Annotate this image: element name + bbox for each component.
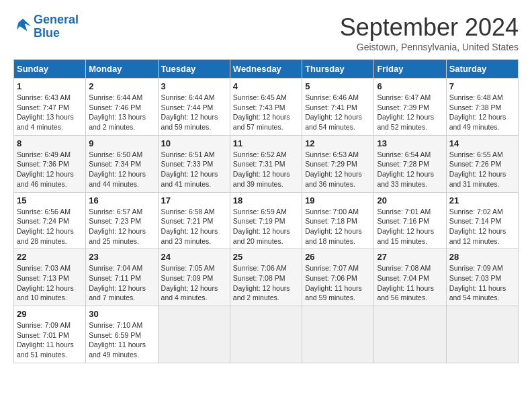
header-friday: Friday <box>374 60 446 79</box>
day-number: 19 <box>305 195 371 205</box>
day-info: Sunrise: 6:43 AMSunset: 7:47 PMDaylight:… <box>17 93 83 132</box>
calendar-cell: 1Sunrise: 6:43 AMSunset: 7:47 PMDaylight… <box>14 79 86 136</box>
calendar-cell: 27Sunrise: 7:08 AMSunset: 7:04 PMDayligh… <box>374 249 446 306</box>
day-number: 15 <box>17 195 83 205</box>
logo-icon <box>13 17 32 36</box>
calendar-cell: 21Sunrise: 7:02 AMSunset: 7:14 PMDayligh… <box>446 192 518 249</box>
day-info: Sunrise: 6:54 AMSunset: 7:28 PMDaylight:… <box>377 150 443 189</box>
day-info: Sunrise: 7:04 AMSunset: 7:11 PMDaylight:… <box>89 263 154 303</box>
day-info: Sunrise: 6:56 AMSunset: 7:24 PMDaylight:… <box>17 207 83 246</box>
day-info: Sunrise: 6:59 AMSunset: 7:19 PMDaylight:… <box>233 207 299 246</box>
day-number: 2 <box>89 81 154 91</box>
day-info: Sunrise: 6:58 AMSunset: 7:21 PMDaylight:… <box>161 207 227 246</box>
day-info: Sunrise: 6:44 AMSunset: 7:46 PMDaylight:… <box>89 93 154 132</box>
calendar-cell <box>230 306 302 363</box>
calendar-cell <box>374 306 446 363</box>
day-number: 22 <box>17 252 83 262</box>
day-number: 14 <box>449 138 515 148</box>
header-sunday: Sunday <box>14 60 86 79</box>
day-info: Sunrise: 7:07 AMSunset: 7:06 PMDaylight:… <box>305 263 371 303</box>
page-header: General Blue September 2024 Geistown, Pe… <box>13 13 519 52</box>
header-tuesday: Tuesday <box>158 60 230 79</box>
day-number: 1 <box>17 81 83 91</box>
day-number: 20 <box>377 195 443 205</box>
day-number: 27 <box>377 252 443 262</box>
day-number: 24 <box>161 252 227 262</box>
month-title: September 2024 <box>340 13 519 42</box>
calendar-cell: 25Sunrise: 7:06 AMSunset: 7:08 PMDayligh… <box>230 249 302 306</box>
day-number: 11 <box>233 138 299 148</box>
day-info: Sunrise: 6:50 AMSunset: 7:34 PMDaylight:… <box>89 150 154 189</box>
day-info: Sunrise: 7:02 AMSunset: 7:14 PMDaylight:… <box>449 207 515 246</box>
day-number: 9 <box>89 138 154 148</box>
logo: General Blue <box>13 13 79 40</box>
calendar-cell <box>446 306 518 363</box>
title-block: September 2024 Geistown, Pennsylvania, U… <box>340 13 519 52</box>
header-wednesday: Wednesday <box>230 60 302 79</box>
day-info: Sunrise: 7:01 AMSunset: 7:16 PMDaylight:… <box>377 207 443 246</box>
calendar-cell: 5Sunrise: 6:46 AMSunset: 7:41 PMDaylight… <box>302 79 374 136</box>
day-info: Sunrise: 6:48 AMSunset: 7:38 PMDaylight:… <box>449 93 515 132</box>
day-info: Sunrise: 6:51 AMSunset: 7:33 PMDaylight:… <box>161 150 227 189</box>
header-thursday: Thursday <box>302 60 374 79</box>
calendar-cell: 10Sunrise: 6:51 AMSunset: 7:33 PMDayligh… <box>158 135 230 192</box>
day-number: 7 <box>449 81 515 91</box>
calendar-cell <box>158 306 230 363</box>
day-number: 28 <box>449 252 515 262</box>
day-info: Sunrise: 6:55 AMSunset: 7:26 PMDaylight:… <box>449 150 515 189</box>
day-info: Sunrise: 6:45 AMSunset: 7:43 PMDaylight:… <box>233 93 299 132</box>
calendar-cell: 23Sunrise: 7:04 AMSunset: 7:11 PMDayligh… <box>86 249 158 306</box>
day-info: Sunrise: 6:52 AMSunset: 7:31 PMDaylight:… <box>233 150 299 189</box>
calendar-cell: 3Sunrise: 6:44 AMSunset: 7:44 PMDaylight… <box>158 79 230 136</box>
day-number: 6 <box>377 81 443 91</box>
calendar-cell: 24Sunrise: 7:05 AMSunset: 7:09 PMDayligh… <box>158 249 230 306</box>
day-number: 17 <box>161 195 227 205</box>
calendar-table: SundayMondayTuesdayWednesdayThursdayFrid… <box>13 59 519 363</box>
day-info: Sunrise: 7:06 AMSunset: 7:08 PMDaylight:… <box>233 263 299 303</box>
day-number: 3 <box>161 81 227 91</box>
day-number: 26 <box>305 252 371 262</box>
calendar-cell: 12Sunrise: 6:53 AMSunset: 7:29 PMDayligh… <box>302 135 374 192</box>
calendar-week-1: 1Sunrise: 6:43 AMSunset: 7:47 PMDaylight… <box>14 79 519 136</box>
day-info: Sunrise: 7:10 AMSunset: 6:59 PMDaylight:… <box>89 320 154 360</box>
calendar-header-row: SundayMondayTuesdayWednesdayThursdayFrid… <box>14 60 519 79</box>
day-number: 5 <box>305 81 371 91</box>
day-number: 18 <box>233 195 299 205</box>
day-info: Sunrise: 6:57 AMSunset: 7:23 PMDaylight:… <box>89 207 154 246</box>
calendar-cell: 29Sunrise: 7:09 AMSunset: 7:01 PMDayligh… <box>14 306 86 363</box>
calendar-cell: 2Sunrise: 6:44 AMSunset: 7:46 PMDaylight… <box>86 79 158 136</box>
day-info: Sunrise: 6:49 AMSunset: 7:36 PMDaylight:… <box>17 150 83 189</box>
day-number: 16 <box>89 195 154 205</box>
calendar-cell: 16Sunrise: 6:57 AMSunset: 7:23 PMDayligh… <box>86 192 158 249</box>
day-number: 10 <box>161 138 227 148</box>
location: Geistown, Pennsylvania, United States <box>340 42 519 52</box>
day-number: 25 <box>233 252 299 262</box>
calendar-cell: 4Sunrise: 6:45 AMSunset: 7:43 PMDaylight… <box>230 79 302 136</box>
day-number: 8 <box>17 138 83 148</box>
day-info: Sunrise: 7:09 AMSunset: 7:03 PMDaylight:… <box>449 263 515 303</box>
logo-line1: General <box>34 13 79 26</box>
calendar-cell: 28Sunrise: 7:09 AMSunset: 7:03 PMDayligh… <box>446 249 518 306</box>
calendar-cell <box>302 306 374 363</box>
calendar-cell: 7Sunrise: 6:48 AMSunset: 7:38 PMDaylight… <box>446 79 518 136</box>
calendar-cell: 22Sunrise: 7:03 AMSunset: 7:13 PMDayligh… <box>14 249 86 306</box>
calendar-cell: 8Sunrise: 6:49 AMSunset: 7:36 PMDaylight… <box>14 135 86 192</box>
calendar-cell: 15Sunrise: 6:56 AMSunset: 7:24 PMDayligh… <box>14 192 86 249</box>
day-number: 4 <box>233 81 299 91</box>
day-info: Sunrise: 7:00 AMSunset: 7:18 PMDaylight:… <box>305 207 371 246</box>
day-info: Sunrise: 7:08 AMSunset: 7:04 PMDaylight:… <box>377 263 443 303</box>
logo-line2: Blue <box>34 26 60 40</box>
day-info: Sunrise: 6:44 AMSunset: 7:44 PMDaylight:… <box>161 93 227 132</box>
header-saturday: Saturday <box>446 60 518 79</box>
day-number: 12 <box>305 138 371 148</box>
day-info: Sunrise: 7:05 AMSunset: 7:09 PMDaylight:… <box>161 263 227 303</box>
day-number: 13 <box>377 138 443 148</box>
day-info: Sunrise: 6:53 AMSunset: 7:29 PMDaylight:… <box>305 150 371 189</box>
calendar-cell: 9Sunrise: 6:50 AMSunset: 7:34 PMDaylight… <box>86 135 158 192</box>
calendar-cell: 11Sunrise: 6:52 AMSunset: 7:31 PMDayligh… <box>230 135 302 192</box>
calendar-week-2: 8Sunrise: 6:49 AMSunset: 7:36 PMDaylight… <box>14 135 519 192</box>
day-number: 21 <box>449 195 515 205</box>
calendar-cell: 20Sunrise: 7:01 AMSunset: 7:16 PMDayligh… <box>374 192 446 249</box>
calendar-week-3: 15Sunrise: 6:56 AMSunset: 7:24 PMDayligh… <box>14 192 519 249</box>
calendar-week-4: 22Sunrise: 7:03 AMSunset: 7:13 PMDayligh… <box>14 249 519 306</box>
